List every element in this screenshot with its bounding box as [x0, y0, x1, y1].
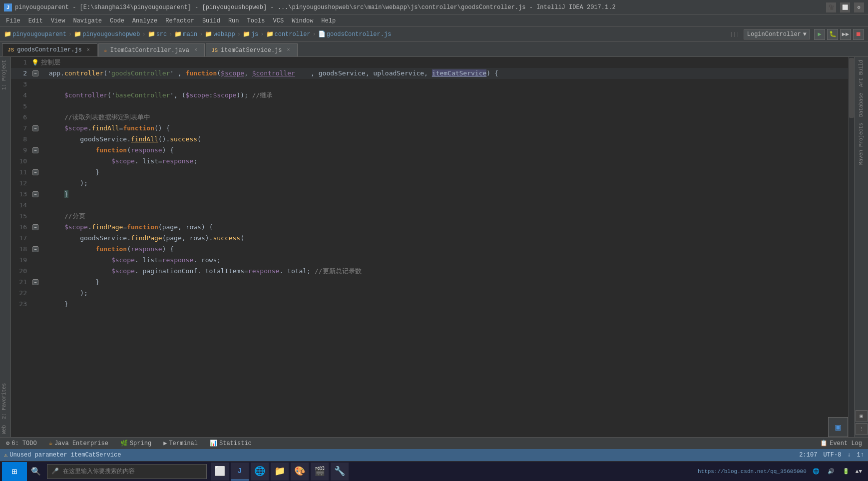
stop-button[interactable]: ⏹: [853, 29, 864, 40]
code-line-21: 21 − }: [11, 277, 848, 288]
breadcrumb-module[interactable]: pinyougoushopweb: [82, 31, 140, 38]
app-icon: J: [4, 3, 12, 11]
menu-refactor[interactable]: Refactor: [161, 15, 198, 27]
window-title: pinyougouparent - [E:\shanghai34\pinyoug…: [15, 4, 826, 11]
fold-icon-9[interactable]: −: [32, 147, 38, 153]
nav-folder-icon3: 📁: [148, 30, 155, 38]
fold-icon-18[interactable]: −: [32, 246, 38, 252]
taskbar-app-task-view[interactable]: ⬜: [211, 463, 229, 481]
code-line-22: 22 );: [11, 288, 848, 299]
notification-btn[interactable]: ▣: [856, 410, 868, 422]
menu-build[interactable]: Build: [198, 15, 224, 27]
breadcrumb-webapp[interactable]: webapp: [213, 31, 235, 38]
panel-maven[interactable]: Maven Projects: [857, 120, 866, 168]
more-options-btn[interactable]: ⋮: [856, 423, 868, 435]
breadcrumb-file[interactable]: goodsController.js: [327, 31, 392, 38]
minimap-thumb[interactable]: [849, 58, 854, 118]
fold-icon-13[interactable]: −: [32, 191, 38, 197]
tray-volume[interactable]: 🔊: [826, 467, 837, 476]
fold-icon-7[interactable]: −: [32, 125, 38, 131]
tool-java-enterprise[interactable]: ☕ Java Enterprise: [47, 440, 110, 447]
tab-item-cat-service[interactable]: JS itemCatService.js ×: [206, 43, 298, 56]
panel-tab-web[interactable]: Web: [0, 422, 10, 437]
fold-icon-16[interactable]: −: [32, 224, 38, 230]
breadcrumb-controller[interactable]: controller: [275, 31, 311, 38]
breadcrumb-src[interactable]: src: [156, 31, 167, 38]
menu-edit[interactable]: Edit: [24, 15, 47, 27]
nav-folder-icon2: 📁: [74, 30, 81, 38]
menu-vcs[interactable]: VCS: [269, 15, 288, 27]
bottom-tool-bar: ⚙ 6: TODO ☕ Java Enterprise 🌿 Spring ▶ T…: [0, 437, 868, 449]
fold-icon-2[interactable]: −: [32, 70, 38, 76]
fold-icon-21[interactable]: −: [32, 279, 38, 285]
taskbar-app-media[interactable]: 🎬: [311, 463, 329, 481]
menu-tools[interactable]: Tools: [243, 15, 269, 27]
panel-tab-project[interactable]: 1: Project: [0, 57, 10, 93]
encoding: UTF-8: [823, 452, 841, 459]
run-config-dropdown[interactable]: LoginController ▼: [744, 29, 810, 39]
code-line-15: 15 //分页: [11, 211, 848, 222]
menu-help[interactable]: Help: [317, 15, 340, 27]
record-video[interactable]: 🎥: [826, 2, 836, 12]
start-button[interactable]: ⊞: [2, 462, 27, 481]
tool-statistic[interactable]: 📊 Statistic: [208, 440, 254, 447]
status-warning: ⚠ Unused parameter itemCatService: [4, 452, 793, 459]
taskbar-app-explorer[interactable]: 📁: [271, 463, 289, 481]
panel-tab-favorites[interactable]: 2: Favorites: [0, 380, 10, 422]
tab-js-icon2: JS: [211, 47, 218, 53]
menu-view[interactable]: View: [47, 15, 69, 27]
code-line-4: 4 $controller('baseController', ($scope:…: [11, 90, 848, 101]
menu-bar: File Edit View Navigate Code Analyze Ref…: [0, 15, 868, 27]
taskbar-app-app2[interactable]: 🔧: [331, 463, 349, 481]
menu-analyze[interactable]: Analyze: [128, 15, 161, 27]
taskbar-app-paint[interactable]: 🎨: [291, 463, 309, 481]
code-line-1: 1 💡 控制层: [11, 57, 848, 68]
code-minimap[interactable]: [848, 57, 854, 437]
breadcrumb-js[interactable]: js: [251, 31, 258, 38]
java-enterprise-icon: ☕: [49, 440, 52, 447]
code-line-6: 6 //读取列表数据绑定到表单中: [11, 112, 848, 123]
menu-window[interactable]: Window: [288, 15, 317, 27]
breadcrumb-main[interactable]: main: [183, 31, 197, 38]
code-line-2: 2 − app.controller('goodsController' , f…: [11, 68, 848, 79]
statistic-icon: 📊: [210, 440, 217, 447]
tool-terminal[interactable]: ▶ Terminal: [161, 440, 200, 447]
debug-button[interactable]: 🐛: [827, 29, 838, 40]
panel-art-build[interactable]: Art Build: [857, 57, 866, 90]
menu-navigate[interactable]: Navigate: [69, 15, 106, 27]
menu-run[interactable]: Run: [224, 15, 243, 27]
tool-todo[interactable]: ⚙ 6: TODO: [4, 440, 39, 447]
code-line-16: 16 − $scope.findPage=function(page, rows…: [11, 222, 848, 233]
search-icon-btn[interactable]: 🔍: [27, 467, 45, 477]
tray-battery[interactable]: 🔋: [841, 467, 852, 476]
run-button[interactable]: ▶: [814, 29, 825, 40]
code-line-7: 7 − $scope.findAll=function() {: [11, 123, 848, 134]
code-line-5: 5: [11, 101, 848, 112]
tool-event-log[interactable]: 📋 Event Log: [818, 440, 864, 447]
run-config-label: LoginController: [747, 31, 801, 38]
tab-close-itemservice[interactable]: ×: [285, 47, 292, 54]
fold-icon-11[interactable]: −: [32, 169, 38, 175]
tool-spring[interactable]: 🌿 Spring: [118, 440, 153, 447]
hint-bulb[interactable]: 💡: [31, 57, 39, 68]
mini-window[interactable]: ⬜: [840, 2, 850, 12]
taskbar-search[interactable]: 🎤 在这里输入你要搜索的内容: [47, 464, 207, 479]
code-editor[interactable]: 1 💡 控制层 2 − app.controller('goodsControl…: [11, 57, 848, 437]
code-line-17: 17 goodsService.findPage(page, rows).suc…: [11, 233, 848, 244]
tab-close-goods[interactable]: ×: [85, 46, 92, 53]
tab-item-cat-controller[interactable]: ☕ ItemCatController.java ×: [98, 43, 205, 56]
taskbar-app-browser[interactable]: 🌐: [251, 463, 269, 481]
settings[interactable]: ⚙: [854, 2, 864, 12]
menu-code[interactable]: Code: [106, 15, 128, 27]
taskbar-app-intellij[interactable]: J: [231, 463, 249, 481]
menu-file[interactable]: File: [2, 15, 24, 27]
panel-database[interactable]: Database: [857, 90, 866, 120]
tab-goods-controller[interactable]: JS goodsController.js ×: [2, 43, 97, 56]
tab-close-itemcat[interactable]: ×: [192, 47, 199, 54]
coverage-button[interactable]: ▶▶: [840, 29, 851, 40]
code-line-19: 19 $scope. list=response. rows;: [11, 255, 848, 266]
float-notification[interactable]: ▣: [828, 417, 848, 437]
breadcrumb-root[interactable]: pinyougouparent: [12, 31, 66, 38]
taskbar-apps: ⬜ J 🌐 📁 🎨 🎬 🔧: [211, 463, 349, 481]
tray-network[interactable]: 🌐: [811, 467, 822, 476]
